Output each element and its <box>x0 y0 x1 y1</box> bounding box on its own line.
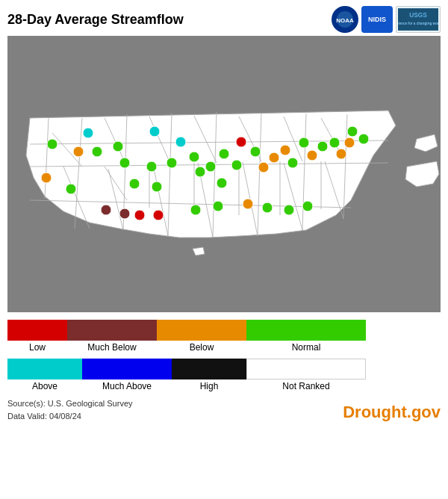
svg-point-50 <box>175 137 186 147</box>
svg-point-47 <box>152 182 162 192</box>
svg-point-55 <box>219 149 229 159</box>
svg-point-48 <box>83 128 93 138</box>
svg-point-79 <box>262 202 273 213</box>
footer: Source(s): U.S. Geological Survey Data V… <box>0 394 448 425</box>
logo-group: NOAA NIDIS USGS science for a changing w… <box>332 6 441 33</box>
svg-point-61 <box>269 152 279 163</box>
legend-row-1: Low Much Below Below Normal <box>7 320 441 353</box>
svg-text:NOAA: NOAA <box>336 17 354 24</box>
svg-point-71 <box>358 134 369 144</box>
svg-point-73 <box>119 208 130 219</box>
legend-normal: Normal <box>246 320 366 353</box>
legend-row-2: Above Much Above High Not Ranked <box>7 359 441 391</box>
svg-point-39 <box>73 146 84 157</box>
svg-text:science for a changing world: science for a changing world <box>398 22 438 25</box>
map-svg <box>7 36 441 312</box>
svg-point-63 <box>287 158 298 168</box>
svg-point-46 <box>146 161 157 172</box>
data-valid-line: Data Valid: 04/08/24 <box>7 410 133 423</box>
svg-point-67 <box>329 137 340 148</box>
svg-point-59 <box>250 146 261 157</box>
svg-point-54 <box>205 161 216 172</box>
svg-point-44 <box>119 158 130 168</box>
header: 28-Day Average Streamflow NOAA NIDIS USG… <box>0 0 448 36</box>
svg-point-74 <box>134 210 145 220</box>
svg-text:USGS: USGS <box>409 11 427 19</box>
legend-much-below: Much Below <box>67 320 157 353</box>
svg-point-80 <box>284 205 294 215</box>
svg-point-49 <box>149 126 160 137</box>
svg-point-41 <box>66 184 76 194</box>
svg-point-76 <box>190 205 201 215</box>
svg-point-75 <box>153 210 164 220</box>
brand-link[interactable]: Drought.gov <box>343 403 441 422</box>
svg-point-68 <box>336 149 346 159</box>
legend-much-above: Much Above <box>82 359 172 391</box>
svg-point-60 <box>258 162 269 173</box>
svg-point-56 <box>231 160 242 170</box>
svg-point-38 <box>47 139 57 149</box>
svg-point-72 <box>101 205 111 215</box>
map-container <box>7 36 441 312</box>
svg-point-70 <box>347 126 358 137</box>
svg-point-58 <box>236 137 246 147</box>
nidis-logo: NIDIS <box>361 6 393 33</box>
legend-above: Above <box>7 359 82 391</box>
usgs-logo: USGS science for a changing world <box>396 6 441 33</box>
svg-point-64 <box>299 137 309 148</box>
svg-point-62 <box>280 145 290 155</box>
legend-high: High <box>172 359 246 391</box>
svg-point-77 <box>213 201 223 211</box>
svg-point-69 <box>344 137 355 148</box>
legend: Low Much Below Below Normal Abov <box>0 312 448 391</box>
svg-point-66 <box>317 141 328 152</box>
svg-point-52 <box>189 152 199 162</box>
svg-point-81 <box>302 201 313 211</box>
svg-point-42 <box>92 146 102 157</box>
source-info: Source(s): U.S. Geological Survey Data V… <box>7 397 133 422</box>
svg-point-51 <box>167 158 177 168</box>
legend-below: Below <box>157 320 246 353</box>
svg-point-45 <box>129 179 140 189</box>
legend-low: Low <box>7 320 67 353</box>
svg-point-65 <box>307 150 317 161</box>
page-title: 28-Day Average Streamflow <box>7 12 184 28</box>
source-line: Source(s): U.S. Geological Survey <box>7 397 133 410</box>
legend-not-ranked: Not Ranked <box>246 359 366 391</box>
svg-point-43 <box>113 141 123 152</box>
svg-point-57 <box>217 178 227 188</box>
svg-point-53 <box>195 167 205 177</box>
svg-point-78 <box>243 199 253 209</box>
svg-point-40 <box>41 173 52 183</box>
noaa-logo: NOAA <box>332 6 358 33</box>
